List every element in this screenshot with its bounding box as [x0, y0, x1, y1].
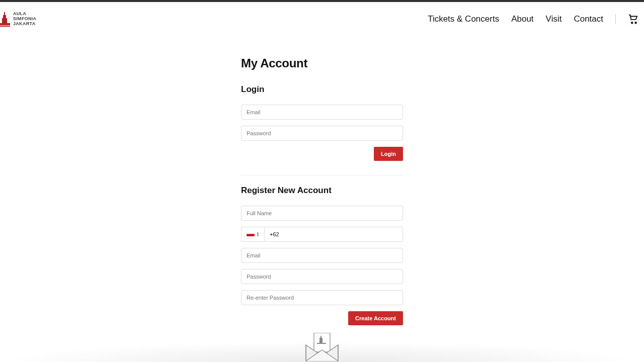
- primary-nav: Tickets & Concerts About Visit Contact: [428, 14, 639, 25]
- login-password-field[interactable]: [241, 126, 403, 141]
- register-phone-field[interactable]: [264, 227, 403, 242]
- register-fullname-field[interactable]: [241, 206, 403, 221]
- logo-text: AULA SIMFONIA JAKARTA: [13, 12, 36, 27]
- svg-rect-1: [3, 15, 4, 23]
- register-section: Register New Account ▲▼ Create: [241, 186, 403, 325]
- svg-rect-5: [0, 23, 10, 25]
- register-repassword-field[interactable]: [241, 290, 403, 305]
- svg-rect-15: [321, 338, 323, 343]
- svg-rect-3: [2, 18, 3, 23]
- login-section: Login Login: [241, 84, 403, 161]
- svg-rect-16: [317, 343, 326, 344]
- register-password-field[interactable]: [241, 269, 403, 284]
- register-button-row: Create Account: [241, 311, 403, 325]
- login-email-field[interactable]: [241, 105, 403, 120]
- country-code-select[interactable]: ▲▼: [241, 227, 264, 242]
- login-heading: Login: [241, 84, 403, 95]
- svg-rect-10: [247, 236, 255, 239]
- phone-field-row: ▲▼: [241, 227, 403, 242]
- svg-rect-13: [320, 336, 321, 343]
- svg-rect-9: [247, 234, 255, 236]
- svg-rect-4: [6, 18, 7, 23]
- nav-tickets[interactable]: Tickets & Concerts: [428, 14, 499, 24]
- cart-icon[interactable]: [628, 14, 639, 25]
- login-button-row: Login: [241, 147, 403, 161]
- nav-about[interactable]: About: [511, 14, 533, 24]
- svg-rect-2: [5, 15, 6, 23]
- register-heading: Register New Account: [241, 186, 403, 196]
- flag-indonesia-icon: [247, 232, 255, 237]
- register-email-field[interactable]: [241, 248, 403, 263]
- nav-contact[interactable]: Contact: [574, 14, 603, 24]
- section-divider: [241, 175, 403, 175]
- nav-visit[interactable]: Visit: [546, 14, 562, 24]
- logo-line-3: JAKARTA: [13, 22, 36, 27]
- site-header: AULA SIMFONIA JAKARTA Tickets & Concerts…: [0, 2, 644, 36]
- nav-divider: [615, 14, 616, 24]
- page-title: My Account: [241, 56, 403, 70]
- svg-rect-14: [319, 338, 320, 343]
- svg-point-8: [635, 22, 636, 24]
- logo-building-icon: [0, 11, 10, 27]
- svg-rect-0: [4, 12, 5, 23]
- login-button[interactable]: Login: [374, 147, 403, 161]
- newsletter-envelope-icon: [304, 333, 340, 362]
- create-account-button[interactable]: Create Account: [348, 311, 403, 325]
- chevron-updown-icon: ▲▼: [257, 232, 260, 237]
- site-logo[interactable]: AULA SIMFONIA JAKARTA: [0, 11, 36, 27]
- svg-point-7: [631, 22, 633, 24]
- svg-rect-6: [0, 26, 10, 27]
- main-content: My Account Login Login Register New Acco…: [241, 56, 403, 325]
